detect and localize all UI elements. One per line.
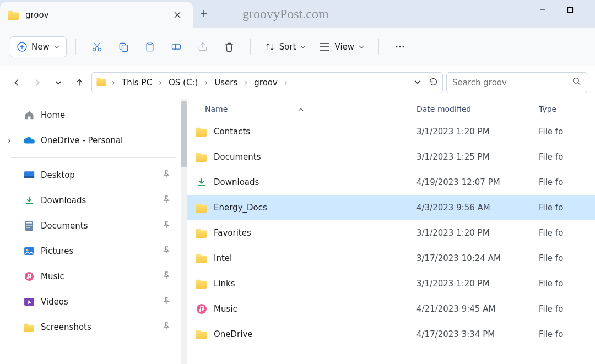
crumb-os-c[interactable]: OS (C:) [166,78,200,88]
chevron-right-icon[interactable]: › [8,135,11,145]
chevron-right-icon[interactable]: › [112,78,115,88]
file-row[interactable]: Intel3/17/2023 10:24 AMFile fo [187,246,595,271]
folder-icon [195,202,208,213]
folder-icon [195,151,208,162]
column-date-header[interactable]: Date modified [416,105,539,113]
file-row[interactable]: Favorites3/1/2023 1:20 PMFile fo [187,220,595,246]
window-controls [529,0,595,28]
crumb-users[interactable]: Users [212,78,240,88]
file-row[interactable]: Links3/1/2023 1:20 PMFile fo [187,271,595,296]
sidebar-item-desktop[interactable]: Desktop [0,162,187,188]
refresh-button[interactable] [429,77,438,89]
sort-button[interactable]: Sort [259,36,312,58]
search-box[interactable] [446,72,587,93]
separator [75,39,76,55]
folder-icon [195,227,208,238]
pin-icon [163,322,170,332]
new-button[interactable]: New [10,36,67,57]
svg-point-21 [25,272,34,281]
file-type: File fo [539,152,595,162]
sidebar-item-documents[interactable]: Documents [0,213,187,238]
svg-rect-16 [26,222,32,224]
sidebar: Home › OneDrive - Personal DesktopDownlo… [0,99,187,364]
file-row[interactable]: Documents3/1/2023 1:25 PMFile fo [187,144,595,170]
file-type: File fo [539,228,595,238]
search-icon [572,77,581,88]
minimize-button[interactable] [529,0,556,20]
file-name: Documents [214,152,416,162]
file-name: Intel [214,253,416,263]
column-name-header[interactable]: Name [187,105,416,113]
recent-dropdown[interactable] [50,74,67,91]
search-input[interactable] [452,78,568,88]
view-button[interactable]: View [313,36,370,58]
separator [11,157,176,158]
chevron-down-icon[interactable] [414,78,421,88]
sidebar-item-music[interactable]: Music [0,264,187,289]
file-date: 3/17/2023 10:24 AM [416,253,539,263]
file-row[interactable]: Energy_Docs4/3/2023 9:56 AMFile fo [187,195,595,220]
copy-button[interactable] [111,36,136,58]
tab-current[interactable]: groov [0,2,193,28]
file-row[interactable]: Contacts3/1/2023 1:20 PMFile fo [187,119,595,144]
sidebar-item-downloads[interactable]: Downloads [0,188,187,213]
scrollbar-track[interactable] [181,99,187,364]
more-button[interactable] [388,36,412,58]
desktop-icon [23,169,35,181]
title-bar: groov groovyPost.com [0,0,595,28]
file-type: File fo [539,127,595,137]
sidebar-item-videos[interactable]: Videos [0,289,187,314]
file-name: Favorites [214,228,416,238]
forward-button[interactable] [29,74,46,91]
pin-icon [163,271,170,281]
sidebar-item-label: Downloads [41,195,163,205]
chevron-right-icon[interactable]: › [159,78,162,88]
sidebar-item-label: Desktop [41,170,163,180]
sidebar-item-screenshots[interactable]: Screenshots [0,314,187,340]
sidebar-item-home[interactable]: Home [0,102,187,128]
chevron-right-icon[interactable]: › [244,78,247,88]
maximize-button[interactable] [556,0,584,20]
file-date: 3/1/2023 1:20 PM [416,228,539,238]
rename-button[interactable] [164,36,188,58]
location-bar[interactable]: › This PC › OS (C:) › Users › groov › [91,72,443,93]
sidebar-item-pictures[interactable]: Pictures [0,238,187,264]
music-icon [23,270,35,282]
folder-icon [195,329,208,340]
new-label: New [31,42,50,52]
paste-button[interactable] [138,36,162,58]
file-type: File fo [539,279,595,289]
new-tab-button[interactable] [193,0,215,28]
svg-rect-8 [172,45,180,49]
home-icon [23,109,35,121]
back-button[interactable] [8,74,25,91]
cut-button[interactable] [85,36,109,58]
sidebar-item-label: Documents [41,221,163,231]
file-type: File fo [539,304,595,314]
folder-icon [8,10,20,20]
tab-close-button[interactable] [170,7,185,23]
address-bar-row: › This PC › OS (C:) › Users › groov › [0,66,595,99]
sidebar-item-label: Music [41,271,163,281]
svg-rect-5 [122,45,127,52]
pin-icon [163,221,170,231]
file-name: Contacts [214,127,416,137]
file-row[interactable]: OneDrive4/17/2023 3:34 PMFile fo [187,322,595,347]
scrollbar-thumb[interactable] [181,101,187,167]
up-button[interactable] [71,74,88,91]
sidebar-item-onedrive[interactable]: OneDrive - Personal [0,128,187,153]
crumb-this-pc[interactable]: This PC [120,78,154,88]
chevron-right-icon[interactable]: › [204,78,208,88]
crumb-groov[interactable]: groov [252,78,280,88]
column-type-header[interactable]: Type [539,105,595,113]
file-date: 4/19/2023 12:07 PM [416,177,539,187]
file-date: 3/1/2023 1:20 PM [416,127,539,137]
share-button[interactable] [191,36,215,58]
file-row[interactable]: Music4/21/2023 9:45 AMFile fo [187,296,595,322]
file-row[interactable]: Downloads4/19/2023 12:07 PMFile fo [187,170,595,195]
delete-button[interactable] [217,36,241,58]
main-area: Home › OneDrive - Personal DesktopDownlo… [0,99,595,364]
chevron-right-icon[interactable]: › [284,78,288,88]
svg-point-25 [197,304,207,314]
pin-icon [163,195,170,205]
